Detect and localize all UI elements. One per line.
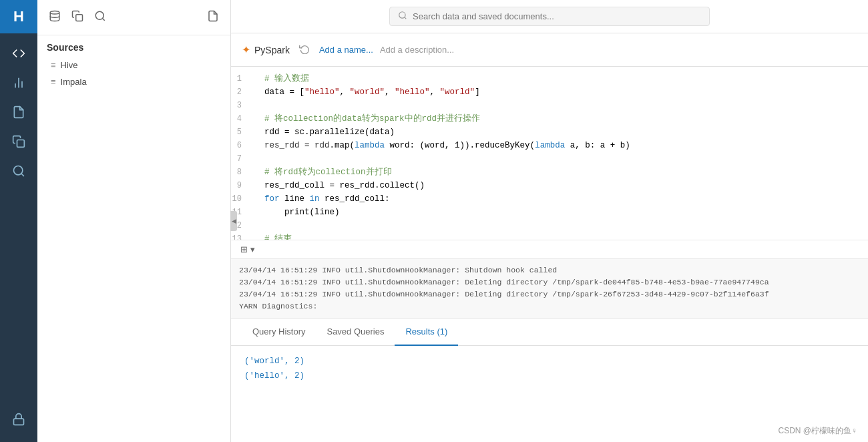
code-line: 9res_rdd_coll = res_rdd.collect() <box>231 179 868 192</box>
tab-saved-queries[interactable]: Saved Queries <box>316 318 395 346</box>
code-content: print(line) <box>264 206 868 219</box>
expand-btn[interactable]: ⊞ ▾ <box>238 243 258 256</box>
line-number: 8 <box>231 166 251 179</box>
content-area: 1# 输入数据2data = ["hello", "world", "hello… <box>231 67 868 442</box>
svg-line-10 <box>102 18 104 20</box>
code-line: 7 <box>231 152 868 166</box>
code-comment: # 结束 <box>264 234 292 240</box>
console-line: 23/04/14 16:51:29 INFO util.ShutdownHook… <box>239 276 860 288</box>
top-bar <box>231 0 868 33</box>
svg-line-5 <box>21 174 24 176</box>
line-number: 3 <box>231 99 251 112</box>
code-line: 10for line in res_rdd_coll: <box>231 192 868 206</box>
svg-rect-6 <box>14 419 24 425</box>
console-line: 23/04/14 16:51:29 INFO util.ShutdownHook… <box>239 288 860 300</box>
svg-rect-8 <box>76 15 83 21</box>
bottom-tabs: Query HistorySaved QueriesResults (1) <box>231 318 868 346</box>
line-number: 6 <box>231 139 251 152</box>
code-content: res_rdd_coll = res_rdd.collect() <box>264 179 868 192</box>
line-number: 5 <box>231 126 251 139</box>
search-source-icon[interactable] <box>92 8 108 27</box>
result-line: ('world', 2) <box>244 354 855 369</box>
code-line: 4# 将collection的data转为spark中的rdd并进行操作 <box>231 112 868 126</box>
pyspark-icon: ✦ <box>242 43 250 56</box>
app-logo[interactable]: H <box>0 0 37 33</box>
svg-rect-3 <box>17 140 25 148</box>
search-bar <box>389 7 710 26</box>
nav-pages-icon[interactable] <box>5 99 32 126</box>
line-number: 2 <box>231 85 251 99</box>
code-content: # 结束 <box>264 232 868 240</box>
svg-line-12 <box>405 17 407 19</box>
sidebar: Sources ≡ Hive ≡ Impala ◀ <box>37 0 231 442</box>
code-content: # 输入数据 <box>264 72 868 85</box>
result-line: ('hello', 2) <box>244 369 855 383</box>
add-name-button[interactable]: Add a name... <box>319 45 373 55</box>
code-comment: # 将rdd转为collection并打印 <box>264 168 392 177</box>
code-content: data = ["hello", "world", "hello", "worl… <box>264 85 868 99</box>
code-line: 2data = ["hello", "world", "hello", "wor… <box>231 85 868 99</box>
line-number: 1 <box>231 72 251 85</box>
code-content: # 将rdd转为collection并打印 <box>264 166 868 179</box>
code-editor[interactable]: 1# 输入数据2data = ["hello", "world", "hello… <box>231 67 868 240</box>
copy-source-icon[interactable] <box>69 8 85 27</box>
code-content: rdd = sc.parallelize(data) <box>264 126 868 139</box>
language-label: PySpark <box>254 45 290 55</box>
code-line: 12 <box>231 219 868 232</box>
document-icon[interactable] <box>205 11 221 26</box>
editor-toolbar: ⊞ ▾ <box>231 240 868 259</box>
sidebar-toolbar <box>37 0 230 35</box>
nav-search-icon[interactable] <box>5 158 32 184</box>
code-line: 13# 结束 <box>231 232 868 240</box>
nav-code-icon[interactable] <box>5 40 32 67</box>
nav-bar: H <box>0 0 37 442</box>
sidebar-item-impala-label: Impala <box>61 77 87 87</box>
line-number: 9 <box>231 179 251 192</box>
console-line: 23/04/14 16:51:29 INFO util.ShutdownHook… <box>239 264 860 276</box>
undo-button[interactable] <box>296 41 312 59</box>
line-number: 7 <box>231 152 251 166</box>
console-line: YARN Diagnostics: <box>239 300 860 312</box>
nav-chart-icon[interactable] <box>5 69 32 96</box>
code-line: 11 print(line) <box>231 206 868 219</box>
editor-header: ✦ PySpark Add a name... Add a descriptio… <box>231 33 868 67</box>
nav-lock-icon[interactable] <box>5 406 32 433</box>
code-comment: # 输入数据 <box>264 74 309 83</box>
sidebar-title: Sources <box>37 35 230 57</box>
line-number: 13 <box>231 232 251 240</box>
code-content: for line in res_rdd_coll: <box>264 192 868 206</box>
impala-db-icon: ≡ <box>51 77 56 87</box>
search-input[interactable] <box>413 11 701 21</box>
sidebar-item-impala[interactable]: ≡ Impala <box>37 73 230 90</box>
collapse-arrow-icon: ◀ <box>232 218 236 224</box>
tab-results-1[interactable]: Results (1) <box>395 318 458 346</box>
code-line: 6res_rdd = rdd.map(lambda word: (word, 1… <box>231 139 868 152</box>
sidebar-item-hive-label: Hive <box>61 60 78 70</box>
svg-point-7 <box>50 11 59 15</box>
line-number: 4 <box>231 112 251 126</box>
watermark: CSDN @柠檬味的鱼♀ <box>778 425 857 437</box>
svg-point-9 <box>95 11 103 19</box>
search-icon <box>398 11 407 22</box>
code-comment: # 将collection的data转为spark中的rdd并进行操作 <box>264 114 480 124</box>
add-description-button[interactable]: Add a description... <box>380 45 454 55</box>
sidebar-item-hive[interactable]: ≡ Hive <box>37 57 230 73</box>
main-area: ✦ PySpark Add a name... Add a descriptio… <box>231 0 868 442</box>
hive-db-icon: ≡ <box>51 60 56 70</box>
results-area: ('world', 2)('hello', 2) <box>231 346 868 442</box>
code-content: res_rdd = rdd.map(lambda word: (word, 1)… <box>264 139 868 152</box>
logo-text: H <box>13 8 24 25</box>
tab-query-history[interactable]: Query History <box>242 318 316 346</box>
output-console: 23/04/14 16:51:29 INFO util.ShutdownHook… <box>231 259 868 318</box>
code-line: 1# 输入数据 <box>231 72 868 85</box>
nav-copy-icon[interactable] <box>5 128 32 155</box>
language-badge: ✦ PySpark <box>242 43 290 56</box>
code-line: 3 <box>231 99 868 112</box>
code-line: 8# 将rdd转为collection并打印 <box>231 166 868 179</box>
line-number: 10 <box>231 192 251 206</box>
sidebar-collapse-handle[interactable]: ◀ <box>230 211 237 231</box>
code-line: 5rdd = sc.parallelize(data) <box>231 126 868 139</box>
svg-point-11 <box>399 12 405 18</box>
code-content: # 将collection的data转为spark中的rdd并进行操作 <box>264 112 868 126</box>
source-icon[interactable] <box>47 8 63 27</box>
